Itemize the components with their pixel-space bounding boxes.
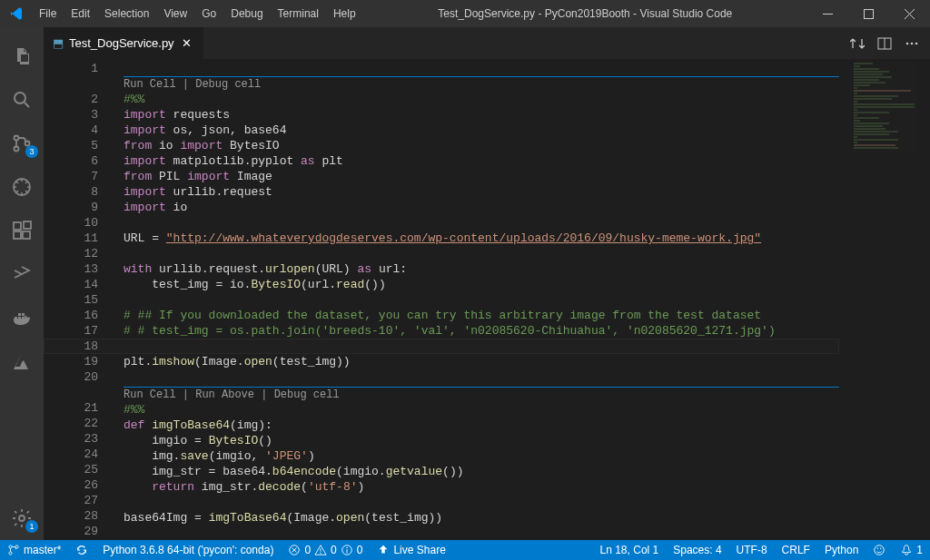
code-content[interactable]: Run Cell | Debug cell#%%import requestsi…	[124, 61, 839, 540]
menu-edit[interactable]: Edit	[64, 0, 97, 27]
status-python-interpreter[interactable]: Python 3.6.8 64-bit ('pycon': conda)	[95, 540, 281, 560]
status-spaces[interactable]: Spaces: 4	[666, 540, 728, 560]
split-editor-icon[interactable]	[877, 36, 892, 51]
code-editor[interactable]: 1234567891011121314151617181920212223242…	[44, 59, 930, 540]
svg-rect-9	[23, 231, 30, 239]
menu-bar: File Edit Selection View Go Debug Termin…	[32, 0, 363, 27]
compare-changes-icon[interactable]	[850, 36, 865, 51]
status-eol[interactable]: CRLF	[775, 540, 817, 560]
docker-icon[interactable]	[0, 296, 44, 339]
svg-point-27	[320, 553, 321, 554]
explorer-icon[interactable]	[0, 34, 44, 78]
svg-point-20	[911, 42, 914, 44]
svg-point-23	[9, 552, 12, 555]
minimize-button[interactable]	[807, 0, 848, 27]
tab-label: Test_DogService.py	[69, 36, 174, 50]
menu-help[interactable]: Help	[326, 0, 363, 27]
svg-point-31	[875, 545, 885, 555]
status-bar: master* Python 3.6.8 64-bit ('pycon': co…	[0, 540, 930, 560]
window-controls	[807, 0, 930, 27]
svg-point-4	[15, 147, 19, 152]
error-count: 0	[304, 544, 311, 556]
live-share-label: Live Share	[393, 544, 445, 556]
settings-badge: 1	[25, 520, 38, 533]
svg-point-33	[880, 548, 881, 549]
status-feedback-icon[interactable]	[866, 540, 893, 560]
close-button[interactable]	[889, 0, 930, 27]
svg-rect-15	[22, 313, 25, 316]
extensions-icon[interactable]	[0, 209, 44, 252]
python-file-icon: ⬒	[53, 36, 64, 50]
svg-rect-0	[823, 14, 833, 15]
maximize-button[interactable]	[848, 0, 889, 27]
vscode-logo-icon	[0, 6, 32, 21]
svg-point-2	[15, 93, 25, 103]
menu-go[interactable]: Go	[194, 0, 223, 27]
scm-badge: 3	[25, 145, 38, 158]
svg-rect-7	[14, 222, 21, 230]
tab-test-dogservice[interactable]: ⬒ Test_DogService.py ✕	[44, 27, 203, 59]
minimap[interactable]	[854, 63, 917, 153]
status-branch[interactable]: master*	[0, 540, 68, 560]
notification-count: 1	[916, 544, 923, 556]
menu-selection[interactable]: Selection	[97, 0, 156, 27]
editor-area: ⬒ Test_DogService.py ✕ 12345678910111213…	[44, 27, 930, 540]
svg-point-16	[19, 516, 25, 521]
tabs-bar: ⬒ Test_DogService.py ✕	[44, 27, 930, 59]
remote-icon[interactable]	[0, 252, 44, 296]
svg-rect-8	[14, 231, 21, 239]
svg-rect-14	[18, 313, 21, 316]
svg-rect-1	[865, 9, 874, 18]
status-live-share[interactable]: Live Share	[370, 540, 452, 560]
title-bar: File Edit Selection View Go Debug Termin…	[0, 0, 930, 27]
status-problems[interactable]: 0 0 0	[281, 540, 370, 560]
line-gutter: 1234567891011121314151617181920212223242…	[44, 59, 116, 540]
more-actions-icon[interactable]	[905, 36, 919, 51]
search-icon[interactable]	[0, 78, 44, 122]
activity-bar: 3 1	[0, 27, 44, 540]
menu-view[interactable]: View	[156, 0, 194, 27]
branch-label: master*	[24, 544, 61, 556]
svg-point-32	[877, 548, 878, 549]
svg-point-29	[346, 547, 347, 548]
tab-close-icon[interactable]: ✕	[180, 36, 194, 51]
svg-rect-10	[24, 221, 31, 229]
status-language[interactable]: Python	[817, 540, 866, 560]
menu-file[interactable]: File	[32, 0, 64, 27]
menu-terminal[interactable]: Terminal	[271, 0, 326, 27]
debug-icon[interactable]	[0, 165, 44, 209]
svg-point-19	[906, 42, 909, 44]
status-encoding[interactable]: UTF-8	[729, 540, 775, 560]
svg-point-3	[15, 136, 19, 141]
status-cursor[interactable]: Ln 18, Col 1	[593, 540, 667, 560]
azure-icon[interactable]	[0, 339, 44, 383]
svg-point-22	[9, 545, 12, 548]
window-title: Test_DogService.py - PyCon2019Booth - Vi…	[363, 7, 807, 20]
scm-icon[interactable]: 3	[0, 122, 44, 165]
status-notifications[interactable]: 1	[893, 540, 930, 560]
warning-count: 0	[331, 544, 337, 556]
svg-point-21	[915, 42, 918, 44]
status-sync[interactable]	[68, 540, 95, 560]
settings-icon[interactable]: 1	[0, 496, 44, 540]
menu-debug[interactable]: Debug	[223, 0, 270, 27]
info-count: 0	[357, 544, 363, 556]
